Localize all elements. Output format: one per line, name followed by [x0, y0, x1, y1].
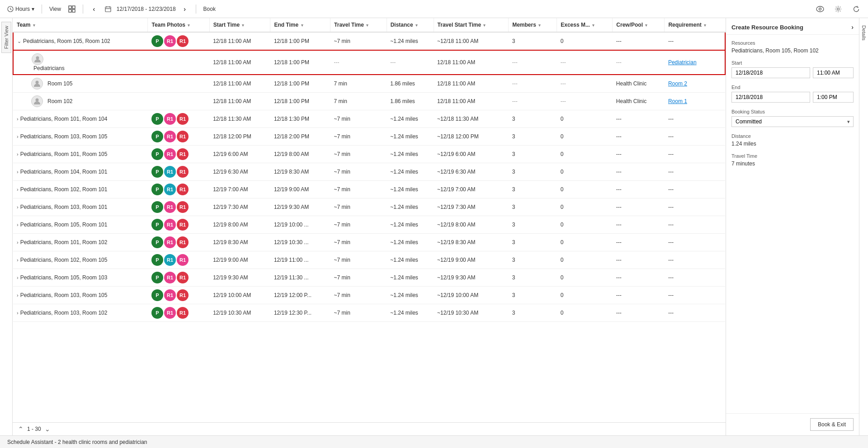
- eye-btn[interactable]: [814, 3, 826, 15]
- toolbar-right: [814, 3, 863, 15]
- col-excess-m[interactable]: Excess M... ▾: [557, 18, 613, 32]
- table-row[interactable]: Room 105 12/18 11:00 AM 12/18 1:00 PM 7 …: [13, 75, 725, 93]
- table-row[interactable]: ›Pediatricians, Room 103, Room 105 PR1R1…: [13, 128, 725, 146]
- col-team[interactable]: Team ▾: [13, 18, 148, 32]
- table-row[interactable]: ›Pediatricians, Room 105, Room 101 PR1R1…: [13, 216, 725, 234]
- expand-btn[interactable]: ›: [17, 134, 19, 139]
- expand-btn[interactable]: ›: [17, 275, 19, 280]
- svg-point-16: [36, 99, 39, 102]
- hours-dropdown-icon: ▾: [32, 6, 34, 12]
- expand-btn[interactable]: ⌄: [17, 38, 21, 44]
- table-row[interactable]: ›Pediatricians, Room 101, Room 105 PR1R1…: [13, 146, 725, 163]
- expand-btn[interactable]: ›: [17, 204, 19, 210]
- expand-btn[interactable]: ›: [17, 257, 19, 263]
- date-range: 12/17/2018 - 12/23/2018: [117, 6, 176, 12]
- end-date-input[interactable]: [731, 92, 810, 103]
- next-page-btn[interactable]: ⌄: [45, 425, 50, 433]
- refresh-icon: [853, 5, 860, 13]
- svg-line-2: [10, 9, 12, 10]
- table-row[interactable]: Room 102 12/18 11:00 AM 12/18 1:00 PM 7 …: [13, 93, 725, 110]
- expand-btn[interactable]: ›: [17, 187, 19, 192]
- right-panel-header: Create Resource Booking ›: [726, 18, 859, 35]
- prev-page-btn[interactable]: ⌃: [18, 425, 24, 433]
- start-date-time-row: [731, 67, 854, 78]
- table-row[interactable]: ›Pediatricians, Room 103, Room 105 PR1R1…: [13, 287, 725, 304]
- page-range: 1 - 30: [27, 426, 41, 432]
- table-header: Team ▾ Team Photos ▾ Start Time ▾ End Ti…: [13, 18, 725, 32]
- svg-point-11: [816, 6, 824, 12]
- filter-view-label[interactable]: Filter View: [1, 22, 11, 53]
- sep3: [196, 5, 196, 14]
- resources-field: Resources Pediatricians, Room 105, Room …: [731, 40, 854, 54]
- travel-time-value: 7 minutes: [731, 160, 854, 167]
- refresh-btn[interactable]: [850, 3, 863, 15]
- booking-status-field: Booking Status Committed Tentative Cance…: [731, 109, 854, 127]
- hours-label: Hours: [15, 6, 30, 12]
- svg-point-15: [36, 81, 39, 84]
- table-row[interactable]: ›Pediatricians, Room 104, Room 101 PR1R1…: [13, 163, 725, 181]
- expand-btn[interactable]: ›: [17, 151, 19, 157]
- col-crew-pool[interactable]: Crew/Pool ▾: [613, 18, 665, 32]
- main-content: Filter View Team ▾ Team Photos ▾ Start T…: [0, 18, 868, 435]
- col-requirement[interactable]: Requirement ▾: [665, 18, 725, 32]
- grid-view-btn[interactable]: [66, 4, 77, 14]
- req-sort-icon: ▾: [704, 23, 706, 28]
- table-row[interactable]: Pediatricians 12/18 11:00 AM 12/18 1:00 …: [13, 50, 725, 75]
- table-wrapper[interactable]: Team ▾ Team Photos ▾ Start Time ▾ End Ti…: [13, 18, 726, 422]
- table-row[interactable]: ›Pediatricians, Room 103, Room 101 PR1R1…: [13, 198, 725, 216]
- main-table: Team ▾ Team Photos ▾ Start Time ▾ End Ti…: [13, 18, 726, 322]
- hours-dropdown[interactable]: Hours ▾: [5, 6, 36, 12]
- start-time-input[interactable]: [813, 67, 854, 78]
- left-sidebar-tab: Filter View: [0, 18, 13, 435]
- expand-btn[interactable]: ›: [17, 116, 19, 122]
- next-date-btn[interactable]: ›: [179, 4, 190, 14]
- view-label: View: [47, 6, 63, 12]
- col-travel-time[interactable]: Travel Time ▾: [330, 18, 387, 32]
- table-row[interactable]: ›Pediatricians, Room 102, Room 101 PR1R1…: [13, 181, 725, 198]
- travel-time-label: Travel Time: [731, 153, 854, 159]
- expand-btn[interactable]: ›: [17, 240, 19, 245]
- table-row[interactable]: ›Pediatricians, Room 103, Room 102 PR1R1…: [13, 304, 725, 322]
- booking-status-select[interactable]: Committed Tentative Canceled: [731, 116, 854, 127]
- book-exit-btn[interactable]: Book & Exit: [810, 418, 854, 431]
- svg-point-12: [819, 8, 821, 10]
- table-row[interactable]: ›Pediatricians, Room 105, Room 103 PR1R1…: [13, 269, 725, 287]
- right-panel-body: Resources Pediatricians, Room 105, Room …: [726, 35, 859, 413]
- svg-rect-4: [72, 6, 75, 9]
- expand-btn[interactable]: ›: [17, 169, 19, 174]
- table-row[interactable]: ⌄Pediatricians, Room 105, Room 102 PR1R1…: [13, 32, 725, 50]
- distance-value: 1.24 miles: [731, 141, 854, 147]
- end-date-time-row: [731, 92, 854, 103]
- col-team-photos[interactable]: Team Photos ▾: [148, 18, 209, 32]
- end-time-input[interactable]: [813, 92, 854, 103]
- col-distance[interactable]: Distance ▾: [387, 18, 434, 32]
- calendar-icon: [105, 6, 111, 12]
- start-date-input[interactable]: [731, 67, 810, 78]
- col-members[interactable]: Members ▾: [509, 18, 557, 32]
- distance-field: Distance 1.24 miles: [731, 133, 854, 147]
- resources-label: Resources: [731, 40, 854, 46]
- clock-icon: [7, 6, 14, 12]
- expand-btn[interactable]: ›: [17, 292, 19, 298]
- svg-point-14: [36, 57, 39, 60]
- start-label: Start: [731, 60, 854, 66]
- table-row[interactable]: ›Pediatricians, Room 102, Room 105 PR1R1…: [13, 251, 725, 269]
- col-start-time[interactable]: Start Time ▾: [209, 18, 270, 32]
- table-row[interactable]: ›Pediatricians, Room 101, Room 104 PR1R1…: [13, 110, 725, 128]
- members-sort-icon: ▾: [538, 23, 541, 28]
- travel-sort-icon: ▾: [366, 23, 368, 28]
- col-travel-start-time[interactable]: Travel Start Time ▾: [434, 18, 509, 32]
- expand-btn[interactable]: ›: [17, 310, 19, 316]
- table-row[interactable]: ›Pediatricians, Room 101, Room 102 PR1R1…: [13, 234, 725, 251]
- table-container: Team ▾ Team Photos ▾ Start Time ▾ End Ti…: [13, 18, 726, 435]
- prev-date-btn[interactable]: ‹: [89, 4, 99, 14]
- distance-label: Distance: [731, 133, 854, 139]
- details-label[interactable]: Details: [859, 22, 868, 44]
- expand-btn[interactable]: ›: [17, 222, 19, 227]
- book-label[interactable]: Book: [202, 6, 217, 12]
- travel-start-sort-icon: ▾: [483, 23, 486, 28]
- col-end-time[interactable]: End Time ▾: [270, 18, 330, 32]
- settings-btn[interactable]: [832, 3, 844, 15]
- panel-expand-btn[interactable]: ›: [851, 24, 854, 31]
- status-bar: Schedule Assistant - 2 health clinic roo…: [0, 435, 868, 448]
